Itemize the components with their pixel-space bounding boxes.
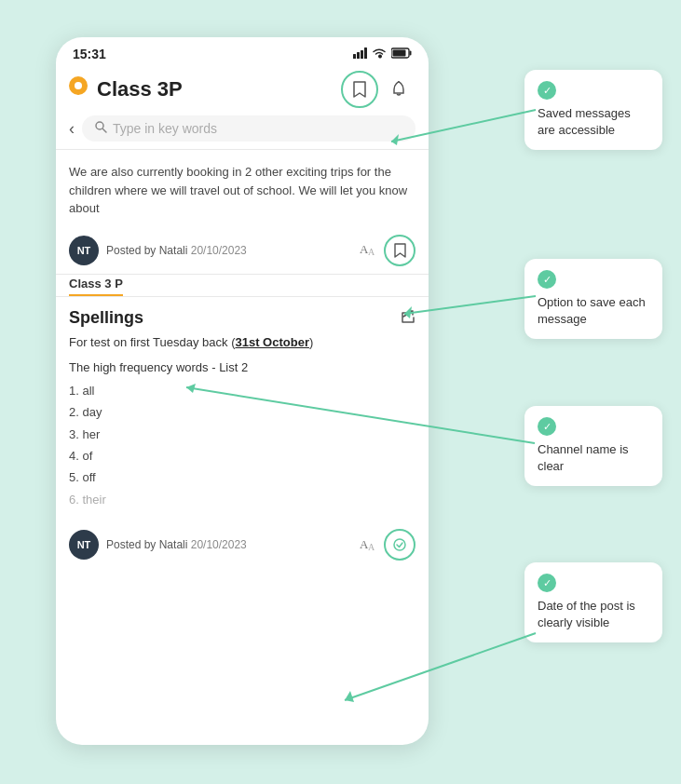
post2-actions: AA [360, 529, 415, 561]
save-button-1[interactable] [384, 235, 415, 266]
post2-avatar: NT [69, 530, 99, 560]
word-item-1: 1. all [69, 380, 415, 401]
search-input-container[interactable]: Type in key words [82, 115, 415, 142]
callout-text-2: Option to save each message [538, 294, 649, 328]
post1-actions: AA [360, 235, 415, 266]
bell-button[interactable] [382, 73, 415, 106]
callout-option-save: ✓ Option to save each message [524, 259, 662, 339]
post2-desc: For test on first Tuesday back (31st Oct… [69, 335, 415, 349]
post2-title-row: Spellings [69, 308, 415, 328]
word-list: The high frequency words - List 2 1. all… [69, 357, 415, 511]
post2-desc-end: ) [309, 335, 313, 349]
translate-icon-1[interactable]: AA [360, 242, 376, 258]
post1-posted-by: Posted by Natali [106, 244, 187, 257]
phone-mockup: 15:31 Class 3P ‹ [56, 37, 429, 745]
location-icon [69, 76, 88, 103]
search-placeholder: Type in key words [113, 121, 217, 136]
translate-icon-2[interactable]: AA [360, 537, 376, 553]
callout-check-2: ✓ [538, 270, 556, 289]
wifi-icon [372, 47, 387, 61]
post2-footer: NT Posted by Natali 20/10/2023 AA [56, 521, 429, 568]
back-arrow[interactable]: ‹ [69, 119, 75, 139]
search-icon [95, 121, 107, 136]
post2-meta: Posted by Natali 20/10/2023 [106, 538, 352, 551]
svg-point-8 [75, 82, 82, 89]
post2-posted-by: Posted by Natali [106, 538, 187, 551]
svg-text:A: A [368, 542, 375, 550]
word-list-title: The high frequency words - List 2 [69, 357, 415, 378]
post2-date: 20/10/2023 [191, 538, 247, 551]
post2-desc-text: For test on first Tuesday back ( [69, 335, 235, 349]
word-item-5: 5. off [69, 466, 415, 488]
post2-content: Spellings For test on first Tuesday back… [56, 297, 429, 522]
bookmark-button[interactable] [341, 71, 378, 108]
share-icon[interactable] [401, 309, 415, 327]
callout-text-1: Saved messages are accessible [538, 105, 649, 139]
channel-tab-label[interactable]: Class 3 P [69, 277, 123, 296]
word-item-4: 4. of [69, 445, 415, 466]
word-item-3: 3. her [69, 424, 415, 445]
post1-content: We are also currently booking in 2 other… [56, 150, 429, 227]
svg-rect-1 [357, 52, 360, 59]
battery-icon [391, 47, 412, 61]
header-icons [341, 71, 415, 108]
callout-saved-messages: ✓ Saved messages are accessible [524, 70, 662, 150]
post1-footer: NT Posted by Natali 20/10/2023 AA [56, 227, 429, 274]
status-bar: 15:31 [56, 37, 429, 65]
post1-text: We are also currently booking in 2 other… [69, 163, 415, 218]
search-bar: ‹ Type in key words [56, 114, 429, 149]
done-button-2[interactable] [384, 529, 415, 561]
app-header: Class 3P [56, 65, 429, 114]
callout-check-1: ✓ [538, 81, 556, 100]
status-icons [353, 47, 412, 61]
svg-rect-2 [361, 50, 363, 59]
svg-rect-6 [393, 49, 406, 56]
post1-date: 20/10/2023 [191, 244, 247, 257]
post2-title: Spellings [69, 308, 143, 328]
post2-desc-link[interactable]: 31st October [235, 335, 308, 349]
svg-point-17 [394, 539, 405, 550]
class-name: Class 3P [97, 77, 334, 101]
callout-channel-name: ✓ Channel name is clear [524, 406, 662, 486]
svg-rect-0 [353, 54, 356, 59]
svg-text:A: A [368, 247, 375, 255]
svg-rect-5 [410, 50, 412, 55]
channel-tab: Class 3 P [56, 275, 429, 297]
post1-meta: Posted by Natali 20/10/2023 [106, 244, 352, 257]
callout-text-3: Channel name is clear [538, 441, 649, 475]
status-time: 15:31 [73, 47, 106, 61]
callout-check-3: ✓ [538, 417, 556, 436]
signal-icon [353, 47, 367, 61]
svg-line-12 [103, 129, 107, 133]
callout-date-visible: ✓ Date of the post is clearly visible [524, 562, 662, 642]
callout-text-4: Date of the post is clearly visible [538, 598, 649, 631]
word-item-2: 2. day [69, 401, 415, 423]
callout-check-4: ✓ [538, 574, 556, 592]
word-item-6: 6. their [69, 489, 415, 510]
post1-avatar: NT [69, 236, 99, 265]
svg-point-11 [96, 122, 103, 129]
svg-rect-3 [364, 47, 367, 59]
